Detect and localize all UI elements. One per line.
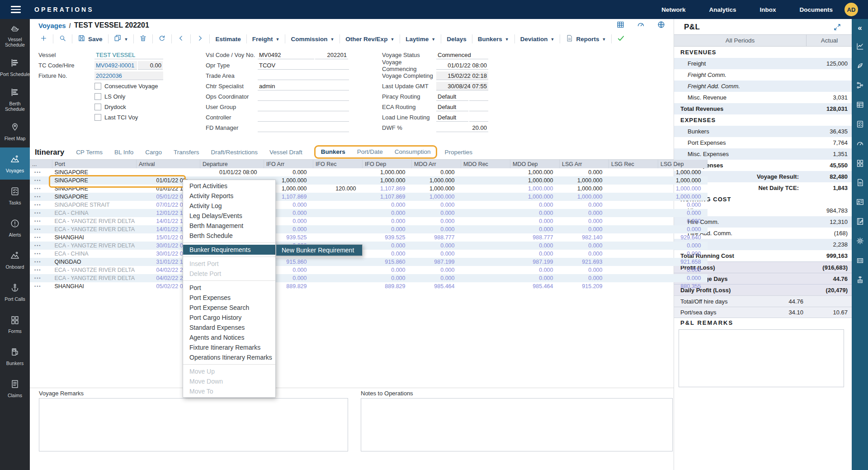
qty-cell[interactable]: 0.000 [363, 225, 412, 233]
qty-cell[interactable]: 1,000.000 [658, 185, 708, 193]
qty-cell[interactable] [461, 201, 510, 209]
departure-cell[interactable]: 01/01/22 08:00 [200, 168, 264, 176]
sidebar-item-berth-schedule[interactable]: Berth Schedule [0, 83, 30, 115]
row-menu-dots[interactable]: ••• [30, 242, 52, 250]
toolbar-estimate[interactable]: Estimate [209, 34, 246, 43]
qty-cell[interactable]: 1,000.000 [412, 185, 461, 193]
expand-icon[interactable] [833, 23, 841, 33]
itinerary-row[interactable]: •••ECA - YANGTZE RIVER DELTA14/01/22 10:… [30, 217, 708, 225]
port-cell[interactable]: SINGAPORE [52, 185, 137, 193]
port-cell[interactable]: SHANGHAI [52, 233, 137, 242]
menu-item-port-expense-search[interactable]: Port Expense Search [183, 303, 275, 313]
qty-cell[interactable]: 1,000.000 [658, 168, 708, 176]
port-cell[interactable]: ECA - YANGTZE RIVER DELTA [52, 217, 137, 225]
toolbar-reports[interactable]: Reports▼ [560, 34, 611, 43]
sidebar-item-port-calls[interactable]: Port Calls [0, 276, 30, 308]
itinerary-row[interactable]: •••SINGAPORE01/01/22 08:1,000.0001,000.0… [30, 176, 708, 185]
qty-cell[interactable]: 0.000 [412, 242, 461, 250]
row-menu-dots[interactable]: ••• [30, 225, 52, 233]
sidebar-item-voyages[interactable]: Voyages [0, 147, 30, 180]
menu-item-activity-log[interactable]: Activity Log [183, 201, 275, 211]
port-cell[interactable]: SINGAPORE [52, 176, 137, 185]
arrival-cell[interactable] [137, 168, 200, 176]
qty-cell[interactable]: 1,000.000 [560, 185, 609, 193]
qty-cell[interactable]: 0.000 [363, 217, 412, 225]
tab-cargo[interactable]: Cargo [145, 149, 162, 159]
qty-cell[interactable] [461, 176, 510, 185]
itinerary-row[interactable]: •••SINGAPORE STRAIT07/01/22 03:50.0000.0… [30, 201, 708, 209]
voyage-remarks-input[interactable] [39, 398, 348, 451]
qty-cell[interactable]: 1,000.000 [510, 185, 560, 193]
toolbar-delays[interactable]: Delays [441, 34, 472, 43]
field-input-vessel[interactable]: TEST VESSEL [94, 51, 163, 59]
menu-item-activity-reports[interactable]: Activity Reports [183, 191, 275, 201]
qty-cell[interactable]: 0.000 [412, 201, 461, 209]
port-cell[interactable]: ECA - CHINA [52, 250, 137, 258]
qty-cell[interactable]: 0.000 [363, 274, 412, 282]
field-input-last-update-gmt[interactable]: 30/08/24 07:55 [436, 82, 488, 90]
qty-cell[interactable]: 0.000 [363, 209, 412, 217]
qty-cell[interactable]: 0.000 [412, 209, 461, 217]
tab-properties[interactable]: Properties [444, 149, 472, 159]
field-input-tc-code-hire-1[interactable]: MV0492-I0001 [94, 61, 137, 70]
qty-cell[interactable]: 0.000 [560, 242, 609, 250]
tab-vessel-draft[interactable]: Vessel Draft [269, 149, 302, 159]
toolbar-chevron-left-icon[interactable] [171, 34, 190, 43]
itinerary-row[interactable]: •••SINGAPORE01/01/22 08:000.0001,000.000… [30, 168, 708, 176]
qty-cell[interactable]: 0.000 [658, 242, 708, 250]
sidebar-item-forms[interactable]: Forms [0, 308, 30, 340]
qty-cell[interactable] [609, 193, 658, 201]
container-icon[interactable] [856, 256, 864, 266]
qty-cell[interactable]: 985.464 [510, 282, 560, 290]
qty-cell[interactable]: 1,000.000 [510, 176, 560, 185]
qty-cell[interactable]: 0.000 [363, 266, 412, 274]
qty-cell[interactable] [461, 233, 510, 242]
itinerary-row[interactable]: •••ECA - YANGTZE RIVER DELTA04/02/22 21:… [30, 266, 708, 274]
collapse-icon[interactable]: « [858, 24, 862, 33]
menu-item-agents-and-notices[interactable]: Agents and Notices [183, 332, 275, 342]
qty-cell[interactable] [313, 201, 363, 209]
menu-item-leg-delays-events[interactable]: Leg Delays/Events [183, 211, 275, 221]
field-input-piracy-routing-1[interactable]: Default [436, 92, 468, 101]
qty-cell[interactable] [313, 266, 363, 274]
qty-cell[interactable]: 0.000 [363, 250, 412, 258]
tab-port-date[interactable]: Port/Date [357, 148, 383, 157]
qty-cell[interactable]: 0.000 [412, 250, 461, 258]
menu-item-operations-itinerary-remarks[interactable]: Operations Itinerary Remarks [183, 352, 275, 362]
row-menu-dots[interactable]: ••• [30, 274, 52, 282]
field-input-piracy-routing-2[interactable] [469, 92, 488, 101]
field-input-eca-routing-2[interactable] [469, 103, 488, 111]
qty-cell[interactable] [609, 225, 658, 233]
qty-cell[interactable]: 1,000.000 [412, 176, 461, 185]
field-input-controller[interactable] [258, 113, 349, 122]
grid-pages-icon[interactable] [856, 159, 864, 169]
qty-cell[interactable]: 0.000 [560, 225, 609, 233]
qty-cell[interactable] [313, 168, 363, 176]
qty-cell[interactable]: 1,000.000 [412, 193, 461, 201]
qty-cell[interactable]: 0.000 [412, 266, 461, 274]
qty-cell[interactable] [461, 258, 510, 266]
menu-item-port-expenses[interactable]: Port Expenses [183, 293, 275, 303]
qty-cell[interactable] [461, 282, 510, 290]
qty-cell[interactable] [461, 250, 510, 258]
qty-cell[interactable] [609, 209, 658, 217]
field-input-voyage-completing[interactable]: 15/02/22 02:18 [436, 71, 488, 80]
qty-cell[interactable]: 1,107.869 [363, 193, 412, 201]
row-menu-dots[interactable]: ••• [30, 168, 52, 176]
field-input-voyage-commencing[interactable]: 01/01/22 08:00 [436, 61, 488, 70]
itinerary-row[interactable]: •••ECA - YANGTZE RIVER DELTA14/01/22 17:… [30, 225, 708, 233]
qty-cell[interactable]: 0.000 [510, 217, 560, 225]
toolbar-save[interactable]: Save [72, 34, 108, 43]
itinerary-row[interactable]: •••SINGAPORE05/01/22 02:41,107.8691,107.… [30, 193, 708, 201]
port-cell[interactable]: QINGDAO [52, 258, 137, 266]
tab-bunkers[interactable]: Bunkers [321, 148, 345, 157]
pnl-column-header[interactable]: Actual [807, 35, 852, 46]
field-input-fd-manager[interactable] [258, 123, 349, 132]
qty-cell[interactable]: 0.000 [510, 266, 560, 274]
qty-cell[interactable]: 985.464 [412, 282, 461, 290]
qty-cell[interactable] [313, 209, 363, 217]
qty-cell[interactable]: 1,000.000 [560, 176, 609, 185]
row-menu-dots[interactable]: ••• [30, 201, 52, 209]
qty-cell[interactable]: 0.000 [560, 217, 609, 225]
port-cell[interactable]: SINGAPORE STRAIT [52, 201, 137, 209]
